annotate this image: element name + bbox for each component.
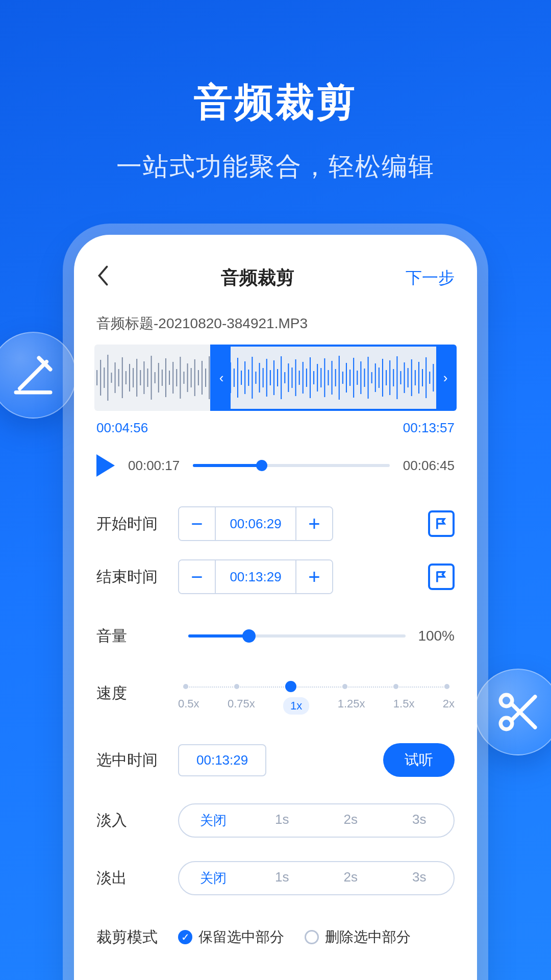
phone-mockup: 音频裁剪 下一步 音频标题-20210820-384921.MP3 ‹ › 00… bbox=[74, 235, 477, 980]
selection-handle-right[interactable]: › bbox=[436, 347, 455, 409]
start-time-increase[interactable]: + bbox=[296, 507, 332, 540]
selection-times: 00:04:56 00:13:57 bbox=[94, 411, 457, 451]
trim-mode-label: 裁剪模式 bbox=[96, 927, 178, 948]
trim-mode-delete-label: 删除选中部分 bbox=[325, 927, 411, 947]
trim-mode-row: 裁剪模式 ✓ 保留选中部分 删除选中部分 bbox=[94, 914, 457, 961]
selected-duration-value[interactable]: 00:13:29 bbox=[178, 744, 266, 776]
start-time-value[interactable]: 00:06:29 bbox=[215, 507, 296, 540]
trim-mode-delete[interactable]: 删除选中部分 bbox=[305, 927, 411, 947]
fade-out-segment: 关闭 1s 2s 3s bbox=[178, 861, 455, 895]
start-time-flag-icon[interactable] bbox=[428, 510, 455, 537]
volume-value: 100% bbox=[418, 628, 455, 644]
selection-region[interactable]: ‹ › bbox=[210, 345, 457, 411]
page-title: 音频裁剪 bbox=[221, 265, 294, 290]
playback-current-time: 00:00:17 bbox=[128, 458, 180, 474]
fade-out-label: 淡出 bbox=[96, 868, 178, 889]
fade-in-label: 淡入 bbox=[96, 810, 178, 831]
fade-out-option[interactable]: 关闭 bbox=[179, 862, 248, 894]
end-time-increase[interactable]: + bbox=[296, 560, 332, 593]
preview-button[interactable]: 试听 bbox=[383, 743, 455, 777]
selection-handle-left[interactable]: ‹ bbox=[212, 347, 231, 409]
speed-selector[interactable]: 0.5x 0.75x 1x 1.25x 1.5x 2x bbox=[178, 674, 455, 715]
play-button[interactable] bbox=[96, 454, 115, 477]
speed-option-selected[interactable]: 1x bbox=[283, 697, 309, 715]
back-button[interactable] bbox=[96, 265, 117, 290]
playback-slider[interactable] bbox=[193, 464, 390, 467]
selection-end-time: 00:13:57 bbox=[403, 420, 455, 436]
radio-checked-icon: ✓ bbox=[178, 930, 192, 944]
trim-mode-keep[interactable]: ✓ 保留选中部分 bbox=[178, 927, 284, 947]
fade-in-option[interactable]: 1s bbox=[248, 804, 317, 837]
end-time-flag-icon[interactable] bbox=[428, 564, 455, 590]
fade-in-row: 淡入 关闭 1s 2s 3s bbox=[94, 794, 457, 847]
fade-out-row: 淡出 关闭 1s 2s 3s bbox=[94, 852, 457, 904]
speed-label: 速度 bbox=[96, 674, 178, 704]
start-time-stepper: − 00:06:29 + bbox=[178, 506, 333, 541]
speed-option[interactable]: 1.25x bbox=[338, 697, 365, 715]
hero-header: 音频裁剪 一站式功能聚合，轻松编辑 bbox=[0, 0, 551, 184]
fade-out-option[interactable]: 1s bbox=[248, 862, 317, 894]
radio-unchecked-icon bbox=[305, 930, 319, 944]
end-time-stepper: − 00:13:29 + bbox=[178, 559, 333, 594]
fade-out-option[interactable]: 3s bbox=[385, 862, 454, 894]
selected-duration-label: 选中时间 bbox=[96, 750, 178, 771]
speed-option[interactable]: 0.5x bbox=[178, 697, 199, 715]
fade-out-option[interactable]: 2s bbox=[316, 862, 385, 894]
speed-row: 速度 0.5x 0.75x 1x 1.25x 1.5x 2x bbox=[94, 659, 457, 724]
selected-duration-row: 选中时间 00:13:29 试听 bbox=[94, 734, 457, 786]
speed-option[interactable]: 2x bbox=[443, 697, 455, 715]
selection-start-time: 00:04:56 bbox=[96, 420, 148, 436]
hero-title: 音频裁剪 bbox=[0, 77, 551, 129]
volume-label: 音量 bbox=[96, 626, 178, 647]
speed-option[interactable]: 1.5x bbox=[393, 697, 415, 715]
scissors-icon bbox=[474, 669, 551, 755]
playback-total-time: 00:06:45 bbox=[403, 458, 455, 474]
next-step-button[interactable]: 下一步 bbox=[398, 267, 455, 289]
end-time-row: 结束时间 − 00:13:29 + bbox=[94, 550, 457, 603]
fade-in-option[interactable]: 2s bbox=[316, 804, 385, 837]
volume-slider[interactable] bbox=[188, 634, 406, 638]
playback-row: 00:00:17 00:06:45 bbox=[94, 451, 457, 497]
trim-mode-keep-label: 保留选中部分 bbox=[198, 927, 284, 947]
fade-in-option[interactable]: 关闭 bbox=[179, 804, 248, 837]
start-time-row: 开始时间 − 00:06:29 + bbox=[94, 497, 457, 550]
volume-row: 音量 100% bbox=[94, 612, 457, 659]
waveform-display[interactable]: ‹ › bbox=[94, 345, 457, 411]
end-time-label: 结束时间 bbox=[96, 567, 178, 587]
hero-subtitle: 一站式功能聚合，轻松编辑 bbox=[0, 150, 551, 184]
app-navbar: 音频裁剪 下一步 bbox=[94, 265, 457, 307]
fade-in-segment: 关闭 1s 2s 3s bbox=[178, 803, 455, 838]
speed-option[interactable]: 0.75x bbox=[228, 697, 255, 715]
fade-in-option[interactable]: 3s bbox=[385, 804, 454, 837]
end-time-value[interactable]: 00:13:29 bbox=[215, 560, 296, 593]
start-time-decrease[interactable]: − bbox=[179, 507, 215, 540]
edit-icon bbox=[0, 332, 77, 419]
start-time-label: 开始时间 bbox=[96, 513, 178, 534]
audio-filename: 音频标题-20210820-384921.MP3 bbox=[94, 307, 457, 345]
end-time-decrease[interactable]: − bbox=[179, 560, 215, 593]
